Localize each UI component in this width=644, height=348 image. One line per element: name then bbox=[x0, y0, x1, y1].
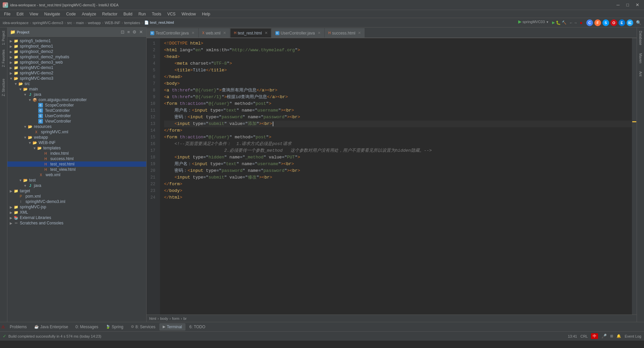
build-button[interactable]: 🔨 bbox=[562, 20, 567, 25]
safari-icon[interactable]: S bbox=[602, 19, 609, 26]
bc-webinf[interactable]: WEB-INF bbox=[105, 21, 120, 25]
notification-icon[interactable]: 🔔 bbox=[616, 334, 621, 338]
forward-button[interactable]: → bbox=[574, 21, 577, 25]
tab-todo[interactable]: 6: TODO bbox=[186, 323, 209, 331]
tab-java-enterprise[interactable]: ☕ Java Enterprise bbox=[31, 323, 71, 331]
tree-item-springmvc1[interactable]: ▶ 📁 springMVC-demo1 bbox=[7, 65, 146, 70]
tab-test-controller[interactable]: C TestController.java ✕ bbox=[147, 28, 198, 38]
tree-item-springmvc2[interactable]: ▶ 📁 springMVC-demo2 bbox=[7, 70, 146, 76]
opera-icon[interactable]: O bbox=[610, 19, 617, 26]
tree-item-view-controller[interactable]: C ViewController bbox=[7, 119, 146, 124]
tree-item-index-html[interactable]: H index.html bbox=[7, 151, 146, 156]
tab-close-wx[interactable]: ✕ bbox=[223, 31, 226, 35]
tab-messages[interactable]: 0: Messages bbox=[72, 323, 102, 331]
menu-navigate[interactable]: Navigate bbox=[42, 11, 63, 17]
tab-web-xml[interactable]: X web.xml ✕ bbox=[199, 28, 230, 38]
tree-item-springboot2[interactable]: ▶ 📁 springboot_demo2 bbox=[7, 49, 146, 54]
settings-button[interactable]: ⚙ bbox=[132, 29, 137, 35]
menu-tools[interactable]: Tools bbox=[149, 11, 164, 17]
tree-item-springmvc-xml[interactable]: X springMVC.xml bbox=[7, 129, 146, 135]
code-editor[interactable]: 12345 678910 1112131415 1617181920 21222… bbox=[147, 38, 637, 315]
tree-item-web-xml[interactable]: X web.xml bbox=[7, 172, 146, 178]
tree-item-webinf[interactable]: ▼ 📂 WEB-INF bbox=[7, 140, 146, 145]
tab-success-html[interactable]: H success.html ✕ bbox=[325, 28, 365, 38]
maximize-button[interactable]: □ bbox=[624, 2, 631, 8]
menu-file[interactable]: File bbox=[1, 11, 13, 17]
new-window-button[interactable]: ⊡ bbox=[120, 29, 125, 35]
tree-item-templates[interactable]: ▼ 📂 templates bbox=[7, 145, 146, 151]
close-button[interactable]: ✕ bbox=[634, 2, 641, 8]
eb-body[interactable]: body bbox=[160, 317, 168, 321]
tree-item-springmvc3[interactable]: ▼ 📂 springMVC-demo3 bbox=[7, 76, 146, 81]
tab-test-rest-html[interactable]: H test_rest.html ✕ bbox=[230, 28, 271, 38]
tab-user-controller[interactable]: C UserController.java ✕ bbox=[272, 28, 324, 38]
menu-help[interactable]: Help bbox=[199, 11, 213, 17]
bc-idea-workspace[interactable]: idea-workspace bbox=[3, 21, 29, 25]
tree-item-user-controller[interactable]: C UserController bbox=[7, 113, 146, 119]
tree-item-test-java[interactable]: ▼ J java bbox=[7, 183, 146, 188]
tree-item-spring5[interactable]: ▶ 📁 spring5_txdemo1 bbox=[7, 38, 146, 44]
menu-view[interactable]: View bbox=[27, 11, 41, 17]
stop-button[interactable]: ■ bbox=[580, 21, 582, 25]
encoding-indicator[interactable]: CRL bbox=[580, 334, 588, 338]
tree-item-test-view-html[interactable]: H test_view.html bbox=[7, 167, 146, 172]
tree-item-java[interactable]: ▼ J java bbox=[7, 92, 146, 97]
tree-item-test-controller[interactable]: C TestController bbox=[7, 108, 146, 113]
tree-item-iml[interactable]: I springMVC-demo3.iml bbox=[7, 199, 146, 204]
tree-item-springboot3[interactable]: ▶ 📁 springboot_demo3_web bbox=[7, 60, 146, 65]
ie-icon[interactable]: IE bbox=[627, 19, 633, 26]
run-button[interactable]: ▶ bbox=[552, 20, 555, 25]
minimize-button[interactable]: ─ bbox=[614, 2, 622, 8]
search-everywhere-button[interactable]: 🔍 bbox=[636, 20, 641, 25]
tab-close-tc[interactable]: ✕ bbox=[192, 31, 195, 35]
tab-services[interactable]: ⚙ 8: Services bbox=[127, 323, 159, 331]
bc-templates[interactable]: templates bbox=[124, 21, 140, 25]
tree-item-test[interactable]: ▼ 📂 test bbox=[7, 178, 146, 183]
tree-item-target[interactable]: ▶ 📁 target bbox=[7, 188, 146, 194]
tree-item-external-libs[interactable]: ▶ 📚 External Libraries bbox=[7, 215, 146, 220]
tree-item-scope-controller[interactable]: C ScopeController bbox=[7, 102, 146, 108]
menu-edit[interactable]: Edit bbox=[14, 11, 26, 17]
tab-close-uc[interactable]: ✕ bbox=[318, 31, 321, 35]
tree-item-webapp[interactable]: ▼ 📂 webapp bbox=[7, 135, 146, 140]
menu-build[interactable]: Build bbox=[121, 11, 135, 17]
tab-close-sh[interactable]: ✕ bbox=[358, 31, 361, 35]
eb-form[interactable]: form bbox=[172, 317, 179, 321]
tree-item-scratches[interactable]: ▶ ✏ Scratches and Consoles bbox=[7, 220, 146, 226]
back-button[interactable]: ← bbox=[569, 21, 573, 25]
tree-item-test-rest-html[interactable]: H test_rest.html bbox=[7, 161, 146, 167]
tree-item-springmvc-jsp[interactable]: ▶ 📁 springMVC-jsp bbox=[7, 204, 146, 210]
edge-icon[interactable]: E bbox=[619, 19, 625, 26]
firefox-icon[interactable]: F bbox=[594, 19, 601, 26]
tab-problems[interactable]: Problems bbox=[6, 323, 30, 331]
eb-br[interactable]: br bbox=[183, 317, 187, 321]
tab-close-trh[interactable]: ✕ bbox=[265, 31, 268, 35]
tree-item-xml[interactable]: ▶ 📁 XML bbox=[7, 210, 146, 215]
database-side-tab[interactable]: Database bbox=[638, 29, 643, 47]
structure-side-tab[interactable]: Z: Structure bbox=[1, 77, 6, 98]
menu-analyze[interactable]: Analyze bbox=[79, 11, 99, 17]
tab-terminal[interactable]: ▶ Terminal bbox=[159, 323, 185, 331]
tree-item-pom[interactable]: P pom.xml bbox=[7, 194, 146, 199]
ant-side-tab[interactable]: Ant bbox=[638, 69, 643, 78]
bc-src[interactable]: src bbox=[67, 21, 72, 25]
event-log-label[interactable]: Event Log bbox=[625, 334, 641, 338]
close-panel-button[interactable]: ✕ bbox=[139, 29, 144, 35]
favorites-side-tab[interactable]: 2: Favorites bbox=[1, 48, 6, 69]
tree-item-springboot1[interactable]: ▶ 📁 springboot_demo1 bbox=[7, 44, 146, 49]
menu-code[interactable]: Code bbox=[63, 11, 78, 17]
chrome-icon[interactable]: C bbox=[586, 19, 593, 26]
git-icon[interactable]: ⊞ bbox=[610, 334, 613, 338]
bc-springmvc-demo3[interactable]: springMVC-demo3 bbox=[33, 21, 63, 25]
debug-button[interactable]: 🐛 bbox=[556, 20, 561, 25]
position-indicator[interactable]: 13:41 bbox=[568, 334, 577, 338]
bc-main[interactable]: main bbox=[76, 21, 84, 25]
tree-item-main[interactable]: ▼ 📂 main bbox=[7, 86, 146, 92]
menu-run[interactable]: Run bbox=[136, 11, 149, 17]
collapse-all-button[interactable]: ≡ bbox=[126, 29, 130, 35]
maven-side-tab[interactable]: Maven bbox=[638, 51, 643, 65]
project-side-tab[interactable]: 1: Project bbox=[1, 29, 6, 47]
code-content[interactable]: <!DOCTYPE html> <html lang="en" xmlns:th… bbox=[160, 38, 632, 315]
mic-icon[interactable]: 🎤 bbox=[601, 334, 607, 339]
bc-webapp[interactable]: webapp bbox=[88, 21, 101, 25]
